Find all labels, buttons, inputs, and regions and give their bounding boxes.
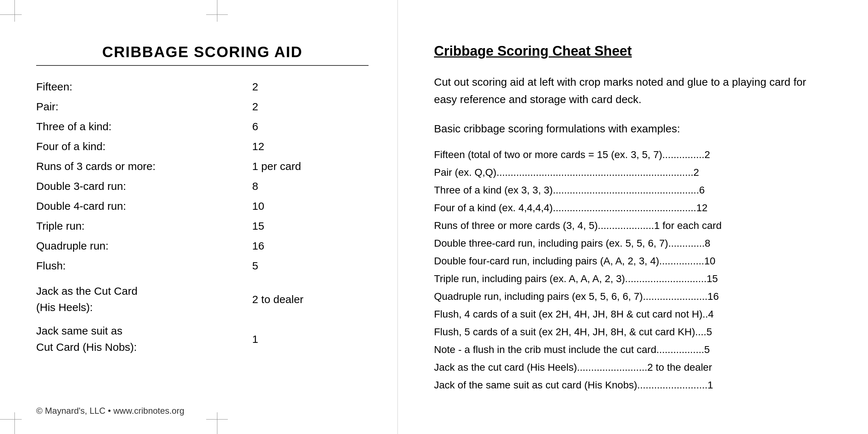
- score-label: Flush:: [36, 256, 252, 276]
- jack-heels-value: 2 to dealer: [252, 283, 369, 315]
- list-item: Double four-card run, including pairs (A…: [434, 252, 839, 270]
- jack-nobs-value: 1: [252, 323, 369, 355]
- list-item: Triple run, including pairs (ex. A, A, A…: [434, 270, 839, 288]
- cheat-title: Cribbage Scoring Cheat Sheet: [434, 43, 839, 59]
- score-value: 1 per card: [252, 156, 369, 176]
- intro-text: Cut out scoring aid at left with crop ma…: [434, 73, 832, 108]
- jack-heels-label: Jack as the Cut Card (His Heels):: [36, 283, 252, 315]
- table-row: Double 4-card run:10: [36, 196, 369, 216]
- list-item: Quadruple run, including pairs (ex 5, 5,…: [434, 288, 839, 305]
- score-value: 16: [252, 236, 369, 256]
- list-item: Fifteen (total of two or more cards = 15…: [434, 146, 839, 163]
- list-item: Flush, 4 cards of a suit (ex 2H, 4H, JH,…: [434, 305, 839, 323]
- list-item: Three of a kind (ex 3, 3, 3)............…: [434, 181, 839, 199]
- scoring-table: Fifteen:2Pair:2Three of a kind:6Four of …: [36, 77, 369, 276]
- list-item: Note - a flush in the crib must include …: [434, 341, 839, 358]
- score-label: Triple run:: [36, 216, 252, 236]
- table-row: Fifteen:2: [36, 77, 369, 97]
- score-label: Four of a kind:: [36, 136, 252, 156]
- table-row: Double 3-card run:8: [36, 176, 369, 196]
- score-label: Fifteen:: [36, 77, 252, 97]
- table-row: Triple run:15: [36, 216, 369, 236]
- table-row: Quadruple run:16: [36, 236, 369, 256]
- score-value: 15: [252, 216, 369, 236]
- jack-nobs-label: Jack same suit as Cut Card (His Nobs):: [36, 323, 252, 355]
- score-label: Double 3-card run:: [36, 176, 252, 196]
- jack-section: Jack as the Cut Card (His Heels): 2 to d…: [36, 283, 369, 359]
- basic-label: Basic cribbage scoring formulations with…: [434, 123, 839, 135]
- list-item: Jack of the same suit as cut card (His K…: [434, 376, 839, 394]
- table-row: Four of a kind:12: [36, 136, 369, 156]
- score-value: 5: [252, 256, 369, 276]
- list-item: Double three-card run, including pairs (…: [434, 234, 839, 252]
- score-label: Pair:: [36, 97, 252, 116]
- right-panel: Cribbage Scoring Cheat Sheet Cut out sco…: [398, 0, 868, 434]
- title-underline: [36, 65, 369, 66]
- jack-nobs-row: Jack same suit as Cut Card (His Nobs): 1: [36, 323, 369, 355]
- list-item: Pair (ex. Q,Q)..........................…: [434, 163, 839, 181]
- list-item: Runs of three or more cards (3, 4, 5)...…: [434, 217, 839, 234]
- panel-title: CRIBBAGE SCORING AID: [36, 43, 369, 61]
- table-row: Pair:2: [36, 97, 369, 116]
- score-label: Double 4-card run:: [36, 196, 252, 216]
- jack-heels-row: Jack as the Cut Card (His Heels): 2 to d…: [36, 283, 369, 315]
- left-panel: CRIBBAGE SCORING AID Fifteen:2Pair:2Thre…: [0, 0, 398, 434]
- score-label: Three of a kind:: [36, 116, 252, 136]
- copyright: © Maynard's, LLC • www.cribnotes.org: [36, 406, 184, 416]
- score-label: Quadruple run:: [36, 236, 252, 256]
- score-value: 2: [252, 97, 369, 116]
- score-value: 8: [252, 176, 369, 196]
- score-value: 10: [252, 196, 369, 216]
- score-value: 2: [252, 77, 369, 97]
- list-item: Four of a kind (ex. 4,4,4,4)............…: [434, 199, 839, 217]
- score-label: Runs of 3 cards or more:: [36, 156, 252, 176]
- page-container: CRIBBAGE SCORING AID Fifteen:2Pair:2Thre…: [0, 0, 868, 434]
- table-row: Three of a kind:6: [36, 116, 369, 136]
- table-row: Flush:5: [36, 256, 369, 276]
- score-value: 6: [252, 116, 369, 136]
- cheat-list: Fifteen (total of two or more cards = 15…: [434, 146, 839, 394]
- list-item: Jack as the cut card (His Heels)........…: [434, 358, 839, 376]
- list-item: Flush, 5 cards of a suit (ex 2H, 4H, JH,…: [434, 323, 839, 341]
- table-row: Runs of 3 cards or more:1 per card: [36, 156, 369, 176]
- score-value: 12: [252, 136, 369, 156]
